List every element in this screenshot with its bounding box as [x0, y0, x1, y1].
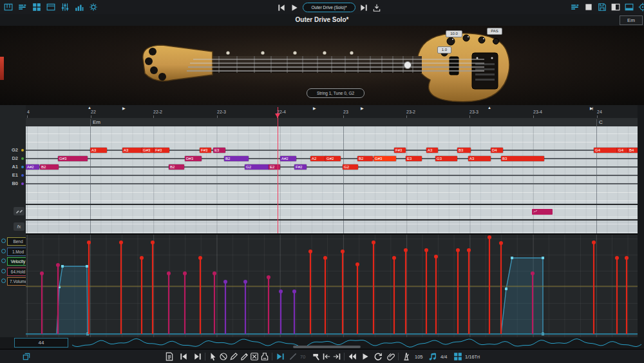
velocity-stem-head[interactable] [292, 289, 296, 293]
nudge-left-icon[interactable] [322, 352, 331, 361]
lane-visibility-toggle[interactable] [1, 239, 6, 243]
fx-lane-icon[interactable]: fx [14, 222, 24, 231]
pencil-tool-icon[interactable] [229, 352, 238, 361]
midi-note[interactable]: E3 [213, 148, 225, 153]
velocity-stem-head[interactable] [592, 240, 596, 244]
mixer-icon[interactable] [61, 3, 70, 12]
browser-icon[interactable] [46, 3, 55, 12]
hold-handle[interactable] [511, 257, 513, 259]
hold-handle[interactable] [61, 265, 64, 268]
velocity-stem-head[interactable] [40, 271, 44, 275]
tempo-value[interactable]: 105 [415, 354, 423, 360]
velocity-stem-head[interactable] [119, 240, 123, 244]
track-list-icon[interactable] [571, 3, 580, 12]
velocity-stem-head[interactable] [434, 255, 438, 259]
ruler-marker-icon[interactable]: ▲ [88, 106, 91, 110]
eraser-tool-icon[interactable] [219, 352, 228, 361]
chord-label[interactable]: Em [90, 119, 100, 126]
velocity-stem-head[interactable] [404, 248, 408, 252]
velocity-stem-head[interactable] [183, 271, 187, 275]
duplicate-icon[interactable] [22, 352, 31, 361]
midi-note[interactable]: B3 [501, 156, 544, 161]
hold-handle[interactable] [86, 265, 88, 268]
ruler-marker-icon[interactable]: ▲ [488, 106, 491, 110]
timeline-ruler[interactable]: 42222-222-322-42323-223-323-424▲▶▶▶▲▶| [26, 105, 638, 119]
default-velocity-value[interactable]: 70 [300, 354, 305, 360]
chord-track[interactable]: EmC [26, 118, 638, 127]
midi-note[interactable]: A#2 [280, 156, 296, 161]
glue-tool-icon[interactable] [260, 352, 269, 361]
select-tool-icon[interactable] [209, 352, 218, 361]
midi-note[interactable]: A3 [90, 148, 107, 153]
playhead-pin[interactable] [275, 113, 280, 121]
articulation-lane-icon[interactable] [14, 207, 24, 215]
hold-handle[interactable] [505, 288, 507, 290]
velocity-stem-head[interactable] [308, 250, 312, 253]
autoscroll-icon[interactable] [276, 352, 285, 361]
midi-note[interactable]: G#3 [142, 148, 155, 153]
velocity-stem-head[interactable] [372, 240, 375, 244]
snap-grid-icon[interactable] [453, 352, 462, 361]
settings-gear-icon[interactable] [89, 3, 98, 12]
ruler-marker-icon[interactable]: ▶| [590, 106, 592, 110]
mute-tool-icon[interactable] [250, 352, 259, 361]
link-icon[interactable] [386, 352, 395, 361]
overview-scrollbar[interactable] [293, 346, 361, 348]
velocity-stem-head[interactable] [167, 271, 171, 275]
midi-note[interactable]: F#3 [394, 148, 406, 153]
midi-note[interactable]: A2 [310, 156, 327, 161]
chord-label[interactable]: C [596, 119, 603, 126]
velocity-stem-head[interactable] [56, 263, 60, 267]
velocity-stem-head[interactable] [625, 256, 629, 260]
multi-window-icon[interactable] [32, 3, 41, 12]
velocity-stem-head[interactable] [140, 256, 144, 260]
overview-strip[interactable]: 44 [0, 337, 644, 349]
midi-note[interactable]: B2 [40, 164, 59, 170]
metronome-icon[interactable] [402, 352, 411, 361]
midi-note[interactable]: A3 [122, 148, 143, 153]
midi-note[interactable]: B4 [628, 148, 638, 153]
rewind-icon[interactable] [348, 352, 357, 361]
velocity-stem-head[interactable] [243, 280, 247, 284]
midi-note[interactable]: A3 [468, 156, 491, 161]
key-label[interactable]: Em [620, 15, 643, 25]
velocity-lollipops[interactable] [26, 233, 638, 337]
midi-note[interactable]: D#3 [185, 156, 202, 161]
paint-tool-icon[interactable] [240, 352, 249, 361]
articulation-lane[interactable] [26, 204, 638, 219]
track-list-icon[interactable] [18, 3, 27, 12]
lane-visibility-toggle[interactable] [1, 279, 6, 283]
midi-note[interactable]: F#3 [200, 148, 211, 153]
preset-name-field[interactable]: Outer Drive (Solo)* [303, 3, 355, 12]
midi-note[interactable]: B2 [169, 164, 184, 170]
knob-value-mode[interactable]: PAS [487, 28, 502, 35]
time-signature-value[interactable]: 4/4 [440, 354, 447, 360]
midi-note[interactable]: A3 [426, 148, 438, 153]
velocity-stem-head[interactable] [467, 248, 471, 252]
midi-note[interactable]: E2 [269, 164, 280, 170]
note-editor-grid[interactable]: A3A3G#3F#3F#3E3F#3A3B3D4G4G4B4G#3D#3B2A#… [26, 126, 638, 204]
velocity-stem-head[interactable] [341, 250, 345, 253]
prev-event-icon[interactable] [179, 352, 188, 361]
knob-value-volume[interactable]: 10.0 [446, 30, 462, 37]
nudge-right-icon[interactable] [332, 352, 341, 361]
velocity-stem-head[interactable] [456, 248, 460, 252]
midi-note[interactable]: F#2 [294, 164, 307, 170]
velocity-stem-head[interactable] [424, 248, 428, 252]
lane-visibility-toggle[interactable] [1, 269, 6, 273]
overview-range-label[interactable]: 44 [14, 338, 68, 348]
velocity-stem-head[interactable] [87, 240, 91, 244]
midi-note[interactable]: G2 [343, 164, 358, 170]
midi-note[interactable]: B2 [357, 156, 373, 161]
velocity-stem-head[interactable] [499, 241, 503, 245]
fx-lane[interactable] [26, 219, 638, 235]
midi-note[interactable]: G#3 [374, 156, 396, 161]
velocity-stem-head[interactable] [531, 271, 535, 275]
ruler-marker-icon[interactable]: ▶ [313, 106, 316, 110]
midi-note[interactable]: G4 [617, 148, 629, 153]
midi-note[interactable]: G#3 [58, 156, 88, 161]
velocity-stem-head[interactable] [392, 256, 396, 260]
hold-pedal-region[interactable] [57, 266, 88, 334]
swing-notes-icon[interactable] [428, 352, 437, 361]
save-export-icon[interactable] [372, 3, 381, 12]
